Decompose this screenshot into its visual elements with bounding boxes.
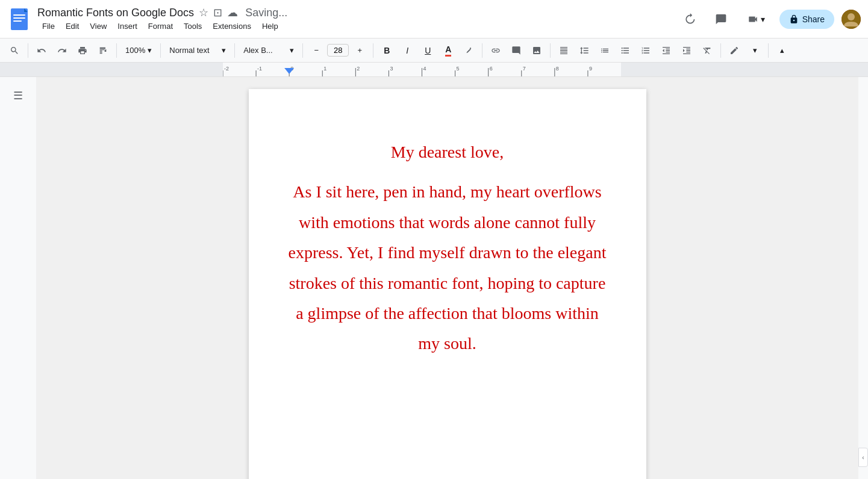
svg-text:8: 8 xyxy=(556,66,559,72)
share-label: Share xyxy=(802,14,825,24)
italic-button[interactable]: I xyxy=(398,41,417,60)
bullet-list-button[interactable] xyxy=(616,41,635,60)
text-style-dropdown[interactable]: Normal text ▾ xyxy=(164,41,231,60)
text-style-chevron: ▾ xyxy=(222,46,226,55)
user-avatar[interactable] xyxy=(841,10,861,29)
mode-chevron-button[interactable]: ▾ xyxy=(745,41,764,60)
saving-text: Saving... xyxy=(245,7,287,19)
svg-text:4: 4 xyxy=(423,66,426,72)
undo-button[interactable] xyxy=(32,41,51,60)
svg-rect-1 xyxy=(13,14,25,16)
clear-format-button[interactable] xyxy=(698,41,717,60)
menu-view[interactable]: View xyxy=(85,20,111,32)
sep1 xyxy=(28,43,28,58)
redo-button[interactable] xyxy=(52,41,72,60)
svg-text:-2: -2 xyxy=(224,66,229,72)
share-button[interactable]: Share xyxy=(779,10,834,29)
comment-icon-btn[interactable] xyxy=(709,7,733,31)
svg-text:6: 6 xyxy=(490,66,493,72)
link-button[interactable] xyxy=(486,41,505,60)
sep3 xyxy=(160,43,161,58)
left-panel: ☰ xyxy=(0,77,36,479)
folder-icon[interactable]: ⊡ xyxy=(213,6,222,19)
search-button[interactable] xyxy=(5,41,24,60)
title-section: Romantic Fonts on Google Docs ☆ ⊡ ☁ Savi… xyxy=(37,6,678,32)
svg-rect-2 xyxy=(13,17,25,19)
font-family-value: Alex B... xyxy=(243,46,272,55)
checklist-button[interactable] xyxy=(595,41,614,60)
svg-text:5: 5 xyxy=(457,66,460,72)
svg-point-6 xyxy=(848,13,855,20)
sep4 xyxy=(234,43,235,58)
history-icon-btn[interactable] xyxy=(678,7,702,31)
svg-text:-1: -1 xyxy=(257,66,262,72)
ruler: -2 -1 0 1 2 3 4 5 6 7 8 9 xyxy=(0,63,868,77)
sep2 xyxy=(116,43,117,58)
ruler-left-margin xyxy=(0,63,223,76)
zoom-dropdown[interactable]: 100% ▾ xyxy=(120,41,157,60)
doc-page: My dearest love, As I sit here, pen in h… xyxy=(249,89,646,479)
main-area: ☰ My dearest love, As I sit here, pen in… xyxy=(0,77,868,479)
menu-help[interactable]: Help xyxy=(257,20,283,32)
sep9 xyxy=(720,43,721,58)
meet-label: ▾ xyxy=(761,14,765,24)
menu-bar: File Edit View Insert Format Tools Exten… xyxy=(37,20,678,32)
sep5 xyxy=(302,43,303,58)
font-family-dropdown[interactable]: Alex B... ▾ xyxy=(239,41,299,60)
svg-text:1: 1 xyxy=(323,66,326,72)
highlight-button[interactable] xyxy=(459,41,478,60)
collapse-toolbar-button[interactable]: ▴ xyxy=(772,41,792,60)
doc-line-1: My dearest love, xyxy=(285,137,610,167)
text-color-indicator: A xyxy=(445,45,451,57)
text-style-value: Normal text xyxy=(169,46,209,55)
text-color-button[interactable]: A xyxy=(439,41,458,60)
menu-edit[interactable]: Edit xyxy=(61,20,84,32)
doc-paragraph: As I sit here, pen in hand, my heart ove… xyxy=(285,177,610,359)
ruler-right-margin xyxy=(621,63,868,76)
align-button[interactable] xyxy=(554,41,573,60)
meet-button[interactable]: ▾ xyxy=(740,10,772,28)
title-bar: Romantic Fonts on Google Docs ☆ ⊡ ☁ Savi… xyxy=(0,0,868,39)
sep10 xyxy=(768,43,769,58)
docs-icon[interactable] xyxy=(7,7,31,31)
ruler-inner: -2 -1 0 1 2 3 4 5 6 7 8 9 xyxy=(223,63,621,76)
edit-mode-button[interactable] xyxy=(725,41,744,60)
font-size-increase-button[interactable]: + xyxy=(350,41,369,60)
toolbar: 100% ▾ Normal text ▾ Alex B... ▾ − 28 + … xyxy=(0,39,868,63)
menu-tools[interactable]: Tools xyxy=(179,20,207,32)
paint-format-button[interactable] xyxy=(93,41,113,60)
menu-file[interactable]: File xyxy=(37,20,60,32)
svg-text:9: 9 xyxy=(589,66,592,72)
doc-area[interactable]: My dearest love, As I sit here, pen in h… xyxy=(36,77,858,479)
sep7 xyxy=(482,43,482,58)
bold-button[interactable]: B xyxy=(377,41,396,60)
svg-text:7: 7 xyxy=(523,66,526,72)
insert-comment-button[interactable] xyxy=(507,41,526,60)
print-button[interactable] xyxy=(73,41,92,60)
svg-text:2: 2 xyxy=(357,66,360,72)
font-size-value: 28 xyxy=(334,46,342,55)
zoom-chevron: ▾ xyxy=(148,46,152,55)
font-size-decrease-button[interactable]: − xyxy=(307,41,326,60)
svg-text:3: 3 xyxy=(390,66,393,72)
numbered-list-button[interactable] xyxy=(636,41,655,60)
decrease-indent-button[interactable] xyxy=(657,41,676,60)
insert-image-button[interactable] xyxy=(527,41,546,60)
star-icon[interactable]: ☆ xyxy=(199,6,208,19)
doc-title[interactable]: Romantic Fonts on Google Docs xyxy=(37,7,194,19)
font-size-box[interactable]: 28 xyxy=(327,44,349,57)
font-family-chevron: ▾ xyxy=(290,46,294,55)
title-icons: ☆ ⊡ ☁ Saving... xyxy=(199,6,287,19)
outline-icon[interactable]: ☰ xyxy=(13,89,23,102)
svg-rect-3 xyxy=(13,20,22,22)
menu-insert[interactable]: Insert xyxy=(113,20,142,32)
increase-indent-button[interactable] xyxy=(677,41,696,60)
underline-button[interactable]: U xyxy=(418,41,437,60)
line-spacing-button[interactable] xyxy=(575,41,594,60)
cloud-icon[interactable]: ☁ xyxy=(227,6,238,19)
doc-content: My dearest love, As I sit here, pen in h… xyxy=(285,137,610,359)
menu-extensions[interactable]: Extensions xyxy=(208,20,256,32)
collapse-panel-button[interactable]: ‹ xyxy=(858,448,868,467)
menu-format[interactable]: Format xyxy=(143,20,178,32)
zoom-value: 100% xyxy=(125,46,145,55)
